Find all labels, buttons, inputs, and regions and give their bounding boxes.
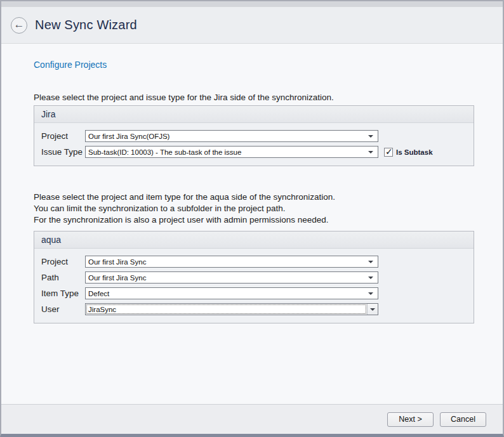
aqua-user-label: User bbox=[41, 304, 85, 314]
jira-project-dropdown[interactable]: Our first Jira Sync(OFJS) bbox=[85, 130, 378, 142]
aqua-groupbox: aqua Project Our first Jira Sync Path Ou… bbox=[34, 231, 474, 323]
aqua-project-row: Project Our first Jira Sync bbox=[41, 256, 474, 268]
jira-issue-type-label: Issue Type bbox=[41, 147, 85, 157]
jira-project-label: Project bbox=[41, 131, 85, 141]
is-subtask-label: Is Subtask bbox=[396, 148, 433, 156]
aqua-path-label: Path bbox=[41, 273, 85, 282]
jira-instruction-text: Please select the project and issue type… bbox=[34, 92, 472, 103]
aqua-path-value: Our first Jira Sync bbox=[86, 272, 366, 283]
aqua-item-type-value: Defect bbox=[86, 288, 366, 299]
wizard-header: ← New Sync Wizard bbox=[1, 7, 503, 44]
next-button[interactable]: Next > bbox=[387, 412, 434, 427]
aqua-item-type-row: Item Type Defect bbox=[41, 287, 474, 299]
jira-groupbox-body: Project Our first Jira Sync(OFJS) Issue … bbox=[34, 123, 474, 166]
jira-project-value: Our first Jira Sync(OFJS) bbox=[86, 131, 366, 141]
dropdown-arrow-icon bbox=[370, 308, 375, 311]
back-arrow-icon: ← bbox=[14, 19, 25, 30]
aqua-instruction-line-1: Please select the project and item type … bbox=[34, 192, 472, 203]
is-subtask-checkbox[interactable]: Is Subtask bbox=[384, 148, 433, 157]
jira-groupbox: Jira Project Our first Jira Sync(OFJS) I… bbox=[34, 105, 474, 166]
aqua-instruction-line-2: You can limit the synchronization to a s… bbox=[34, 203, 472, 214]
dropdown-arrow-icon bbox=[368, 277, 373, 279]
wizard-content: Configure Projects Please select the pro… bbox=[1, 60, 503, 323]
cancel-button[interactable]: Cancel bbox=[440, 412, 486, 427]
dropdown-arrow-icon bbox=[368, 261, 373, 263]
aqua-groupbox-title: aqua bbox=[34, 232, 474, 249]
aqua-path-dropdown[interactable]: Our first Jira Sync bbox=[85, 271, 378, 284]
aqua-project-dropdown[interactable]: Our first Jira Sync bbox=[85, 256, 378, 268]
jira-project-row: Project Our first Jira Sync(OFJS) bbox=[41, 130, 474, 142]
dropdown-arrow-button[interactable] bbox=[367, 304, 378, 315]
dropdown-arrow-icon bbox=[368, 135, 373, 138]
aqua-instruction-block: Please select the project and item type … bbox=[34, 192, 472, 226]
jira-groupbox-title: Jira bbox=[34, 106, 474, 123]
aqua-instruction-line-3: For the synchronization is also a projec… bbox=[34, 214, 472, 226]
aqua-project-label: Project bbox=[41, 257, 85, 266]
checkmark-icon bbox=[384, 148, 393, 157]
aqua-user-value: JiraSync bbox=[86, 304, 367, 315]
jira-issue-type-value: Sub-task(ID: 10003) - The sub-task of th… bbox=[86, 147, 366, 157]
back-button[interactable]: ← bbox=[11, 17, 27, 34]
wizard-footer: Next > Cancel bbox=[1, 404, 503, 434]
aqua-item-type-dropdown[interactable]: Defect bbox=[85, 287, 378, 299]
aqua-item-type-label: Item Type bbox=[41, 289, 85, 298]
aqua-user-row: User JiraSync bbox=[41, 303, 474, 315]
jira-issue-type-dropdown[interactable]: Sub-task(ID: 10003) - The sub-task of th… bbox=[85, 146, 378, 158]
wizard-title: New Sync Wizard bbox=[35, 18, 137, 32]
aqua-user-dropdown[interactable]: JiraSync bbox=[85, 303, 378, 315]
window-chrome-strip bbox=[1, 1, 503, 7]
new-sync-wizard-window: ← New Sync Wizard Configure Projects Ple… bbox=[0, 0, 504, 437]
page-title: Configure Projects bbox=[34, 60, 472, 70]
dropdown-arrow-icon bbox=[368, 292, 373, 295]
aqua-path-row: Path Our first Jira Sync bbox=[41, 271, 474, 284]
dropdown-arrow-icon bbox=[368, 151, 373, 153]
jira-issue-type-row: Issue Type Sub-task(ID: 10003) - The sub… bbox=[41, 146, 474, 158]
aqua-project-value: Our first Jira Sync bbox=[86, 256, 366, 267]
aqua-groupbox-body: Project Our first Jira Sync Path Our fir… bbox=[34, 249, 474, 323]
